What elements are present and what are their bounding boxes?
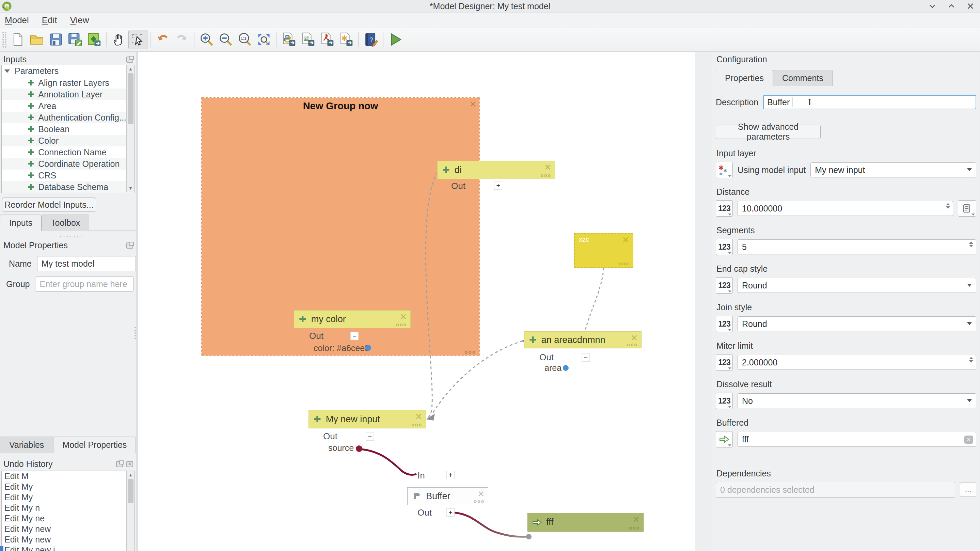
parameter-item[interactable]: ✚Authentication Config... [2,112,135,123]
minimize-icon[interactable] [928,2,937,11]
save-model-as-icon[interactable] [65,30,84,49]
model-canvas[interactable]: New Group now ✕ ooo [138,52,695,551]
input-layer-select[interactable]: My new input [810,162,976,177]
dissolve-type-button[interactable]: 123 [716,393,733,409]
dissolve-result-select[interactable]: No [738,393,976,408]
end-cap-style-select[interactable]: Round [738,278,976,293]
scroll-thumb[interactable] [128,73,134,124]
parameter-item[interactable]: ✚Align raster Layers [2,77,135,89]
tab-toolbox[interactable]: Toolbox [41,215,89,231]
area-collapse-button[interactable]: − [582,354,590,361]
save-model-in-project-icon[interactable] [84,30,103,49]
export-as-pdf-icon[interactable] [317,30,336,49]
reorder-model-inputs-button[interactable]: Reorder Model Inputs... [2,197,96,212]
spinner-arrows-icon[interactable] [969,357,973,363]
resize-dots-icon[interactable]: ooo [618,261,629,266]
buffered-output-button[interactable] [716,431,733,447]
buffer-out-expand-button[interactable]: + [446,508,455,517]
float-panel-icon[interactable] [116,461,123,467]
run-model-icon[interactable] [386,30,405,49]
undo-icon[interactable] [153,30,172,49]
spinner-arrows-icon[interactable] [946,203,950,209]
parameter-item[interactable]: ✚Area [2,100,135,112]
undo-item[interactable]: Edit My ne [2,513,135,524]
export-as-image-icon[interactable] [298,30,317,49]
remove-node-icon[interactable]: ✕ [415,412,422,422]
node-buffer[interactable]: Buffer ✕ ooo [407,487,488,505]
end-cap-type-button[interactable]: 123 [716,277,733,293]
undo-item[interactable]: Edit My [2,481,135,492]
zoom-out-icon[interactable] [216,30,235,49]
my-color-socket-dot[interactable] [365,345,371,351]
clear-text-icon[interactable]: ✕ [964,436,973,444]
model-group-input[interactable] [35,277,134,291]
my-color-collapse-button[interactable]: − [350,332,359,340]
undo-item[interactable]: Edit My n [2,503,135,513]
redo-icon[interactable] [172,30,191,49]
help-icon[interactable]: ? [361,30,380,49]
description-input[interactable]: Buffer I [763,95,976,109]
remove-node-icon[interactable]: ✕ [622,235,629,245]
join-style-select[interactable]: Round [738,316,976,331]
collapse-triangle-icon[interactable] [5,70,10,73]
parameter-item[interactable]: ✚Color [2,135,135,147]
node-di[interactable]: ✚ di ✕ ooo [437,161,555,179]
distance-spinbox[interactable]: 10.000000 [738,201,953,216]
menu-model[interactable]: Model [5,15,29,25]
resize-dots-icon[interactable]: ooo [627,342,638,347]
undo-item[interactable]: Edit My new i [2,545,135,551]
my-new-input-collapse-button[interactable]: − [366,433,374,441]
buffer-in-expand-button[interactable]: + [446,471,455,479]
scroll-thumb[interactable] [128,479,134,503]
scroll-down-icon[interactable]: ▼ [128,184,133,193]
export-as-svg-icon[interactable]: ✱ [336,30,355,49]
maximize-icon[interactable] [947,2,956,11]
remove-node-icon[interactable]: ✕ [400,312,407,322]
join-style-type-button[interactable]: 123 [716,316,733,332]
resize-dots-icon[interactable]: ooo [465,349,476,355]
undo-scrollbar[interactable]: ▲ [126,471,135,551]
data-defined-override-button[interactable] [958,200,976,217]
close-icon[interactable] [966,2,975,11]
menu-edit[interactable]: Edit [42,15,57,25]
miter-limit-type-button[interactable]: 123 [716,354,733,371]
miter-limit-spinbox[interactable]: 2.000000 [738,355,976,370]
scroll-up-icon[interactable]: ▲ [128,471,133,479]
node-my-color[interactable]: ✚ my color ✕ ooo [294,310,410,328]
parameter-item[interactable]: ✚Connection Name [2,147,135,158]
node-an-areacdnmnn[interactable]: ✚ an areacdnmnn ✕ ooo [524,331,641,349]
node-comment-xzc[interactable]: xzc ✕ ooo [574,233,633,268]
pan-icon[interactable] [109,30,128,49]
panel-splitter-handle[interactable] [134,326,137,340]
show-advanced-parameters-button[interactable]: Show advanced parameters [716,125,821,139]
resize-dots-icon[interactable]: ooo [396,322,407,327]
remove-group-icon[interactable]: ✕ [469,99,477,110]
undo-item[interactable]: Edit My new [2,534,135,545]
zoom-in-icon[interactable] [197,30,216,49]
buffered-output-input[interactable]: fff ✕ [738,432,976,447]
resize-dots-icon[interactable]: ooo [540,173,551,178]
undo-item[interactable]: Edit M [2,471,135,481]
tree-root-parameters[interactable]: Parameters [2,65,135,77]
save-model-icon[interactable] [46,30,65,49]
remove-node-icon[interactable]: ✕ [633,514,640,524]
tab-inputs[interactable]: Inputs [0,215,41,231]
zoom-full-icon[interactable] [255,30,274,49]
tab-variables[interactable]: Variables [0,436,53,453]
input-source-button[interactable]: ✱ ✱ ✱ [716,162,733,178]
parameter-item[interactable]: ✚Coordinate Operation [2,158,135,170]
segments-spinbox[interactable]: 5 [738,239,976,255]
parameter-item[interactable]: ✚CRS [2,170,135,181]
remove-node-icon[interactable]: ✕ [631,333,638,343]
new-model-icon[interactable] [8,30,27,49]
undo-item[interactable]: Edit My [2,492,135,503]
parameter-item[interactable]: ✚Annotation Layer [2,89,135,100]
node-fff-output[interactable]: fff ✕ ooo [527,513,644,532]
resize-dots-icon[interactable]: ooo [474,498,485,504]
close-panel-icon[interactable]: ✕ [126,461,133,467]
spinner-arrows-icon[interactable] [969,242,973,247]
tab-comments[interactable]: Comments [773,70,832,86]
export-as-python-icon[interactable] [279,30,298,49]
node-my-new-input[interactable]: ✚ My new input ✕ ooo [309,410,426,428]
resize-dots-icon[interactable]: ooo [629,525,640,530]
